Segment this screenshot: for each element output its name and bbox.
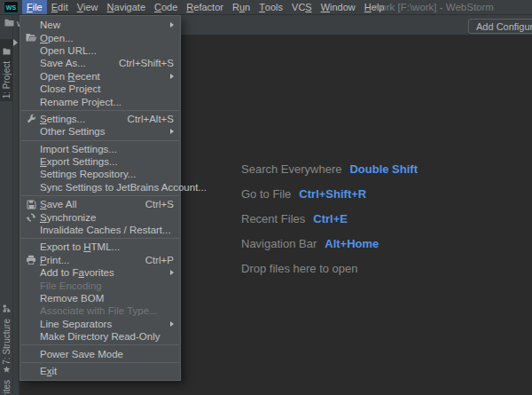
menu-item-rename-project[interactable]: Rename Project... (20, 95, 180, 107)
folder-icon (4, 18, 14, 28)
menubar-items: FileEditViewNavigateCodeRefactorRunTools… (22, 0, 388, 14)
menu-item-export-settings[interactable]: Export Settings... (20, 155, 180, 168)
menubar-item-navigate[interactable]: Navigate (103, 0, 150, 14)
menu-item-synchronize[interactable]: Synchronize (20, 210, 180, 223)
tree-expand-arrow-icon[interactable] (13, 39, 18, 46)
menu-item-label: Sync Settings to JetBrains Account... (40, 182, 207, 193)
submenu-arrow-icon (170, 321, 174, 327)
folder-open-icon (24, 33, 38, 43)
menu-item-label: File Encoding (40, 280, 102, 291)
menu-item-make-directory-read-only[interactable]: Make Directory Read-Only (20, 330, 180, 343)
welcome-label: Go to File (241, 187, 291, 201)
menu-item-shortcut: Ctrl+Alt+S (128, 114, 174, 124)
welcome-label: Navigation Bar (241, 237, 317, 250)
toolwindow-tab-label: Favorites (2, 380, 12, 395)
menubar-item-run[interactable]: Run (228, 0, 254, 14)
welcome-shortcut-row: Navigation BarAlt+Home (241, 236, 418, 250)
menu-item-exit[interactable]: Exit (20, 365, 180, 377)
menu-separator (21, 344, 179, 345)
menubar-item-code[interactable]: Code (150, 0, 182, 14)
menu-item-line-separators[interactable]: Line Separators (20, 318, 180, 330)
menu-item-shortcut: Ctrl+S (145, 199, 174, 209)
menu-item-sync-settings-to-jetbrains-account[interactable]: Sync Settings to JetBrains Account... (20, 181, 180, 194)
welcome-shortcut: Ctrl+E (313, 212, 348, 225)
menu-item-new[interactable]: New (20, 19, 180, 31)
submenu-arrow-icon (170, 129, 174, 134)
welcome-shortcut: Double Shift (349, 162, 418, 176)
menubar-item-view[interactable]: View (73, 0, 103, 14)
welcome-shortcut-row: Recent FilesCtrl+E (241, 211, 418, 225)
menu-item-settings[interactable]: Settings...Ctrl+Alt+S (20, 113, 180, 125)
menu-item-label: Remove BOM (40, 293, 104, 304)
webstorm-logo: WS (4, 1, 19, 13)
welcome-shortcuts: Search EverywhereDouble ShiftGo to FileC… (241, 162, 418, 286)
menu-item-label: Close Project (40, 83, 100, 94)
menu-item-other-settings[interactable]: Other Settings (20, 125, 180, 138)
menu-item-power-save-mode[interactable]: Power Save Mode (20, 347, 180, 359)
menu-item-save-all[interactable]: Save AllCtrl+S (20, 198, 180, 210)
menu-item-label: Save As... (40, 58, 86, 68)
sync-icon (24, 212, 38, 223)
menubar-item-tools[interactable]: Tools (254, 0, 287, 14)
menubar-item-file[interactable]: File (22, 0, 47, 14)
menubar-item-refactor[interactable]: Refactor (182, 0, 228, 14)
menu-item-label: Exit (40, 366, 57, 376)
menu-item-save-as[interactable]: Save As...Ctrl+Shift+S (20, 57, 180, 69)
menu-item-add-to-favorites[interactable]: Add to Favorites (20, 266, 180, 279)
menu-item-label: Settings Repository... (40, 169, 136, 179)
menu-item-open[interactable]: Open... (20, 31, 180, 43)
menu-item-label: Add to Favorites (40, 267, 114, 278)
welcome-shortcut-row: Go to FileCtrl+Shift+R (241, 186, 418, 201)
menubar-item-vcs[interactable]: VCS (287, 0, 317, 14)
menu-item-file-encoding: File Encoding (20, 279, 180, 291)
menubar: WS FileEditViewNavigateCodeRefactorRunTo… (0, 0, 532, 15)
favorites-icon (3, 361, 11, 377)
menu-separator (21, 238, 179, 239)
printer-icon (24, 255, 38, 265)
menu-item-label: Invalidate Caches / Restart... (40, 225, 171, 235)
menu-item-remove-bom[interactable]: Remove BOM (20, 292, 180, 304)
toolwindow-tab-7-structure[interactable]: 7: Structure (0, 296, 12, 359)
menu-item-label: Synchronize (40, 212, 96, 223)
menu-item-label: Export to HTML... (40, 241, 120, 252)
menu-separator (21, 140, 179, 141)
submenu-arrow-icon (170, 74, 174, 79)
menu-item-label: Power Save Mode (40, 349, 123, 359)
menu-item-label: New (40, 20, 60, 30)
menu-item-settings-repository[interactable]: Settings Repository... (20, 168, 180, 180)
menu-item-open-url[interactable]: Open URL... (20, 44, 180, 57)
menu-item-print[interactable]: Print...Ctrl+P (20, 254, 180, 266)
floppy-icon (24, 200, 38, 209)
menu-item-label: Settings... (40, 114, 85, 124)
menu-separator (21, 195, 179, 196)
wrench-icon (24, 114, 38, 124)
submenu-arrow-icon (170, 22, 174, 28)
menu-item-export-to-html[interactable]: Export to HTML... (20, 241, 180, 253)
menu-item-label: Import Settings... (40, 144, 117, 154)
menu-item-close-project[interactable]: Close Project (20, 83, 180, 95)
menu-item-label: Rename Project... (40, 97, 121, 107)
menu-item-associate-with-file-type: Associate with File Type... (20, 304, 180, 317)
menu-item-label: Export Settings... (40, 156, 118, 167)
submenu-arrow-icon (170, 270, 174, 275)
menu-item-label: Associate with File Type... (40, 305, 158, 316)
menu-item-label: Line Separators (40, 319, 112, 329)
menubar-item-window[interactable]: Window (317, 0, 360, 14)
menu-item-label: Save All (40, 199, 77, 209)
menubar-item-edit[interactable]: Edit (47, 0, 73, 14)
menu-item-invalidate-caches-restart[interactable]: Invalidate Caches / Restart... (20, 224, 180, 236)
folder-icon (3, 43, 11, 59)
project-panel-strip: w 1: Project7: StructureFavorites (0, 15, 20, 395)
add-configuration-button[interactable]: Add Configuration... (468, 19, 532, 34)
menu-item-import-settings[interactable]: Import Settings... (20, 143, 180, 155)
menu-item-shortcut: Ctrl+Shift+S (119, 58, 174, 68)
menu-separator (21, 362, 179, 363)
menu-item-label: Other Settings (40, 126, 106, 137)
menu-item-label: Open Recent (40, 71, 100, 82)
toolwindow-tab-1-project[interactable]: 1: Project (0, 39, 12, 101)
menu-item-label: Print... (40, 255, 69, 265)
menu-item-open-recent[interactable]: Open Recent (20, 70, 180, 83)
menu-item-shortcut: Ctrl+P (145, 255, 174, 265)
toolwindow-tab-favorites[interactable]: Favorites (0, 358, 12, 395)
welcome-shortcut-row: Drop files here to open (241, 261, 418, 275)
